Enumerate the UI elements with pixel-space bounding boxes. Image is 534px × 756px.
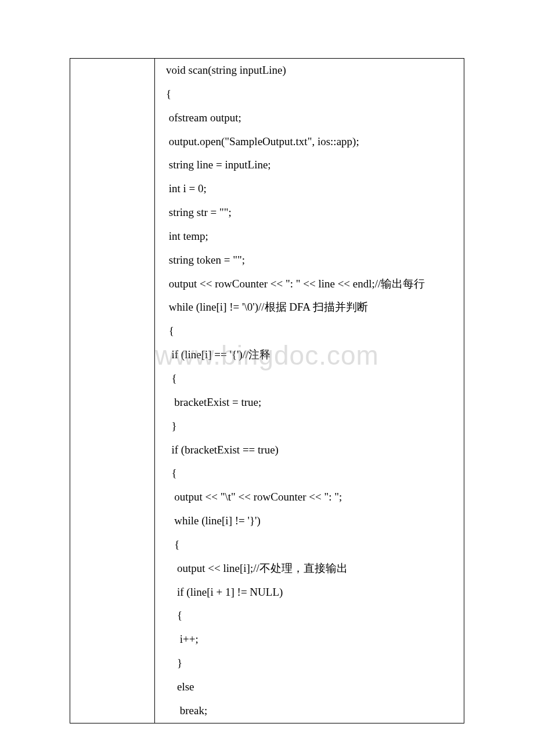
code-line: if (line[i + 1] != NULL) [155,581,464,604]
code-line: ofstream output; [155,106,464,130]
code-line: int temp; [155,225,464,249]
code-line: } [155,415,464,438]
code-line: else [155,675,464,699]
code-line: bracketExist = true; [155,391,464,415]
code-line: { [155,604,464,628]
code-line: i++; [155,628,464,651]
code-line: break; [155,699,464,723]
left-column-empty [70,59,155,723]
code-line: void scan(string inputLine) [155,59,464,82]
code-line: int i = 0; [155,177,464,201]
code-line: { [155,462,464,485]
code-line: while (line[i] != '}') [155,509,464,533]
code-line: output << rowCounter << ": " << line << … [155,272,464,296]
layout-table: void scan(string inputLine) { ofstream o… [70,58,464,723]
code-cell: void scan(string inputLine) { ofstream o… [155,59,464,723]
code-line: string line = inputLine; [155,153,464,177]
code-line: { [155,319,464,343]
code-line: string str = ""; [155,201,464,225]
code-line: if (bracketExist == true) [155,438,464,462]
code-line: while (line[i] != '\0')//根据 DFA 扫描并判断 [155,296,464,319]
code-line: { [155,533,464,557]
code-line: string token = ""; [155,249,464,272]
code-line: output << "\t" << rowCounter << ": "; [155,485,464,509]
code-line: if (line[i] == '{')//注释 [155,343,464,367]
document-page: void scan(string inputLine) { ofstream o… [0,0,534,756]
code-line: } [155,651,464,675]
code-line: output << line[i];//不处理，直接输出 [155,557,464,581]
code-line: { [155,367,464,391]
code-line: { [155,82,464,106]
code-line: output.open("SampleOutput.txt", ios::app… [155,130,464,154]
